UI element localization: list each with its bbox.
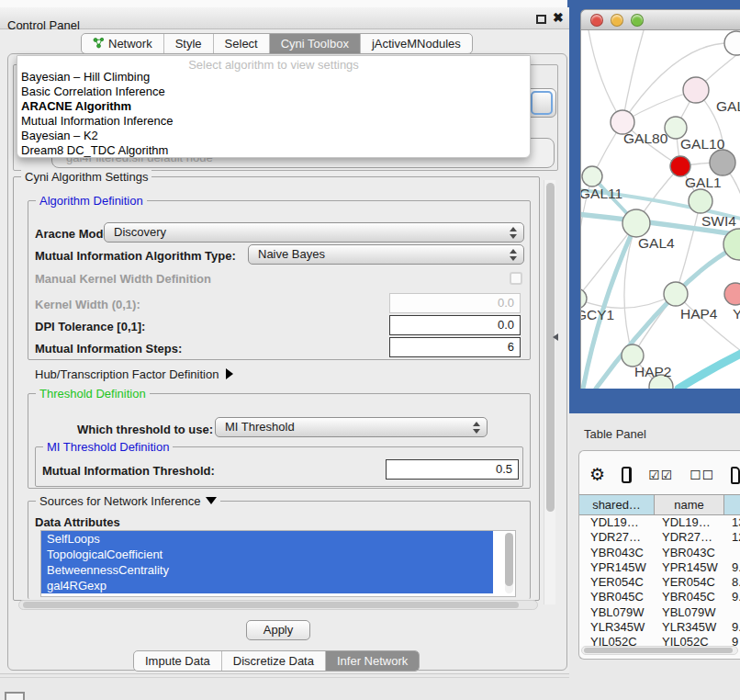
network-edge[interactable]: [622, 30, 644, 122]
divider: [0, 677, 569, 678]
attribute-item-betweennesscentrality[interactable]: BetweennessCentrality: [41, 562, 493, 578]
table-cell: YER054C: [655, 575, 724, 590]
table-hscrollbar[interactable]: [581, 646, 738, 655]
data-attributes-label: Data Attributes: [35, 515, 120, 529]
algorithm-option-mutual-information-inference[interactable]: Mutual Information Inference: [17, 114, 530, 129]
minimized-panel-icon[interactable]: [5, 692, 25, 700]
network-node-gal4[interactable]: [622, 209, 650, 237]
table-row[interactable]: YBR045CYBR045C9.: [579, 590, 740, 604]
node-label-gcy1: GCY1: [581, 307, 614, 322]
network-node-gal1[interactable]: [670, 156, 690, 176]
network-edge[interactable]: [589, 30, 622, 122]
node-label-gal: GAL: [716, 98, 740, 114]
algorithm-option-dream8-dc-tdc-algorithm[interactable]: Dream8 DC_TDC Algorithm: [17, 143, 530, 158]
which-threshold-combo[interactable]: MI Threshold: [215, 417, 488, 437]
table-row[interactable]: YDL19…YDL19…13: [579, 515, 740, 530]
network-node-salmon-node[interactable]: [724, 283, 740, 305]
attribute-item-topologicalcoefficient[interactable]: TopologicalCoefficient: [41, 547, 493, 562]
tab-style[interactable]: Style: [164, 34, 214, 53]
attributes-list[interactable]: SelfLoopsTopologicalCoefficientBetweenne…: [40, 530, 516, 597]
close-icon[interactable]: ✖: [553, 10, 564, 25]
aracne-mode-combo[interactable]: Discovery: [104, 222, 524, 243]
table-cell: 13: [724, 515, 740, 530]
dpi-tolerance-field[interactable]: 0.0: [389, 315, 521, 335]
table-cell: YIL052C: [579, 635, 655, 646]
network-node-gal11[interactable]: [582, 166, 602, 186]
algorithm-option-basic-correlation-inference[interactable]: Basic Correlation Inference: [17, 85, 530, 99]
mi-type-label: Mutual Information Algorithm Type:: [35, 249, 236, 263]
mi-steps-field[interactable]: 6: [389, 337, 521, 357]
tab-infer-network[interactable]: Infer Network: [326, 651, 419, 671]
algorithm-dropdown-popup: Select algorithm to view settings Bayesi…: [17, 55, 531, 158]
algorithm-option-aracne-algorithm[interactable]: ARACNE Algorithm: [17, 99, 530, 114]
tab-jactivemnodules[interactable]: jActiveMNodules: [361, 34, 472, 53]
network-node-gcy1[interactable]: [581, 288, 587, 309]
table-cell: YLR345W: [579, 620, 655, 635]
tab-impute-data[interactable]: Impute Data: [134, 651, 222, 671]
table-row[interactable]: YER054CYER054C8.: [579, 575, 740, 590]
column-header-a[interactable]: A: [724, 495, 740, 515]
minimize-traffic-light[interactable]: [611, 14, 623, 27]
table-cell: 9.: [724, 590, 740, 604]
attribute-item-selfloops[interactable]: SelfLoops: [41, 531, 493, 547]
mi-threshold-title: MI Threshold Definition: [43, 440, 173, 454]
tab-discretize-data[interactable]: Discretize Data: [222, 651, 326, 671]
network-node-gal-partial[interactable]: [683, 77, 709, 103]
table-row[interactable]: YBR043CYBR043C: [579, 546, 740, 560]
gear-icon[interactable]: ⚙: [589, 466, 605, 484]
aracne-mode-label: Aracne Mode:: [35, 227, 114, 241]
network-window-titlebar[interactable]: [580, 9, 740, 30]
close-traffic-light[interactable]: [590, 14, 603, 27]
table-cell: 9.: [724, 620, 740, 635]
zoom-traffic-light[interactable]: [631, 14, 644, 27]
table-row[interactable]: YPR145WYPR145W9.: [579, 560, 740, 575]
apply-button[interactable]: Apply: [246, 620, 310, 640]
hub-definition-expander[interactable]: Hub/Transcription Factor Definition: [35, 367, 233, 381]
mi-type-combo[interactable]: Naive Bayes: [248, 244, 524, 265]
table-row[interactable]: YDR27…YDR27…12: [579, 530, 740, 545]
new-column-icon[interactable]: [731, 467, 740, 484]
sources-title-text: Sources for Network Inference: [39, 494, 201, 508]
network-node-gray-node[interactable]: [710, 150, 735, 175]
column-header-name[interactable]: name: [655, 495, 724, 515]
table-cell: YBL079W: [655, 605, 724, 620]
tab-select[interactable]: Select: [214, 34, 270, 53]
table-cell: YDR27…: [579, 530, 655, 545]
manual-kernel-label: Manual Kernel Width Definition: [35, 272, 211, 286]
attribute-item-gal4rgexp[interactable]: gal4RGexp: [41, 578, 493, 593]
tab-network[interactable]: Network: [82, 34, 164, 53]
top-strip: [0, 0, 567, 7]
algorithm-option-bayesian-k2[interactable]: Bayesian – K2: [17, 129, 530, 143]
select-all-icon[interactable]: ☑☑: [648, 468, 673, 482]
algorithm-combo-focus-ring: [531, 91, 553, 115]
control-panel-titlebar: Control Panel: [0, 7, 569, 29]
node-label-gal80: GAL80: [623, 130, 668, 146]
float-window-icon[interactable]: [536, 15, 546, 24]
column-header-shared-[interactable]: shared…: [579, 495, 655, 515]
mi-threshold-field[interactable]: 0.5: [386, 459, 519, 480]
settings-vscrollbar[interactable]: [544, 180, 555, 604]
tab-cyni-toolbox[interactable]: Cyni Toolbox: [270, 34, 361, 53]
table-cell: YIL052C: [655, 635, 724, 646]
settings-hscrollbar[interactable]: [18, 600, 538, 610]
node-label-hap4: HAP4: [680, 306, 718, 322]
sources-title[interactable]: Sources for Network Inference: [36, 494, 220, 508]
network-node-hap4[interactable]: [664, 282, 688, 306]
dpi-tolerance-label: DPI Tolerance [0,1]:: [35, 320, 145, 333]
network-canvas[interactable]: GALGAL80GAL10GAL1GAL11SWI4GAL4GCY1HAP4YH…: [580, 30, 740, 389]
network-edge[interactable]: [678, 354, 740, 389]
deselect-all-icon[interactable]: ☐☐: [690, 468, 714, 482]
manual-kernel-checkbox[interactable]: [510, 272, 522, 285]
attributes-scrollbar[interactable]: [505, 533, 513, 593]
network-node-unnamed-top[interactable]: [724, 31, 740, 55]
algorithm-option-bayesian-hill-climbing[interactable]: Bayesian – Hill Climbing: [17, 70, 530, 85]
splitter-arrow-icon[interactable]: [553, 333, 558, 341]
table-row[interactable]: YLR345WYLR345W9.: [579, 620, 740, 635]
node-label-gal11: GAL11: [581, 186, 622, 201]
stepper-icon: [510, 249, 517, 261]
network-node-swi4[interactable]: [689, 189, 712, 213]
table-row[interactable]: YBL079WYBL079W: [579, 605, 740, 620]
kernel-width-field[interactable]: 0.0: [389, 293, 521, 313]
columns-icon[interactable]: [622, 467, 632, 483]
table-row[interactable]: YIL052CYIL052C9: [579, 635, 740, 646]
